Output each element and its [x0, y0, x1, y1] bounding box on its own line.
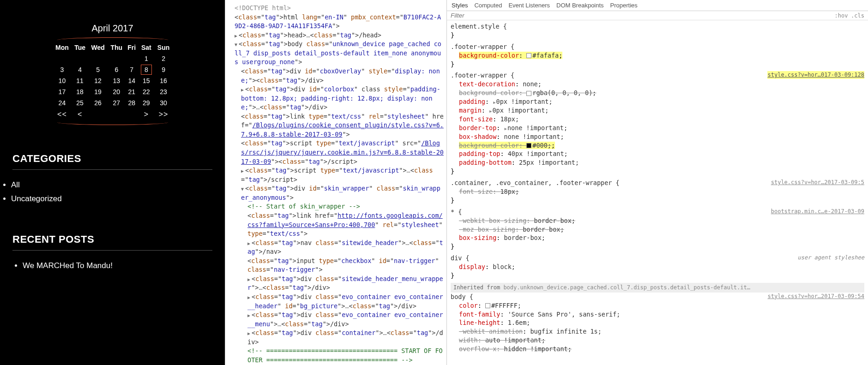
- calendar-title: April 2017: [53, 23, 173, 34]
- calendar-day-cell: [72, 53, 88, 64]
- calendar-day-cell[interactable]: 4: [72, 64, 88, 75]
- dom-body[interactable]: <class="tag">body class="unknown_device …: [228, 40, 444, 67]
- divider: [12, 169, 212, 170]
- dom-doctype[interactable]: <!DOCTYPE html>: [228, 4, 444, 13]
- calendar-day-cell[interactable]: 17: [53, 86, 72, 97]
- calendar-nav-prev[interactable]: <: [72, 108, 88, 120]
- dom-evo-menu[interactable]: <class="tag">div class="evo_container ev…: [228, 311, 444, 329]
- styles-filter-input[interactable]: [451, 12, 835, 19]
- calendar-day-cell[interactable]: 19: [88, 86, 108, 97]
- website-sidebar: April 2017 MonTueWedThuFriSatSun 1234567…: [0, 0, 225, 365]
- calendar-day-cell[interactable]: 12: [88, 75, 108, 86]
- styles-tabs: Styles Computed Event Listeners DOM Brea…: [447, 0, 868, 11]
- dom-comment-footer[interactable]: <!-- ===================================…: [228, 347, 444, 365]
- dom-comment-skin[interactable]: <!-- Start of skin_wrapper -->: [228, 202, 444, 211]
- calendar-day-header: Sun: [155, 42, 173, 53]
- calendar-nav-next[interactable]: >: [138, 108, 154, 120]
- devtools-styles-panel: Styles Computed Event Listeners DOM Brea…: [446, 0, 868, 365]
- tab-properties[interactable]: Properties: [610, 2, 638, 9]
- calendar-day-cell[interactable]: 21: [125, 86, 138, 97]
- calendar-day-cell[interactable]: 3: [53, 64, 72, 75]
- dom-html[interactable]: <class="tag">html lang="en-IN" pmbx_cont…: [228, 13, 444, 31]
- calendar-day-header: Fri: [125, 42, 138, 53]
- calendar-day-cell: [88, 53, 108, 64]
- tab-dom-breakpoints[interactable]: DOM Breakpoints: [556, 2, 604, 9]
- calendar-day-cell[interactable]: 29: [138, 97, 154, 108]
- calendar-day-cell[interactable]: 5: [88, 64, 108, 75]
- calendar-day-cell[interactable]: 24: [53, 97, 72, 108]
- categories-section: CATEGORIES AllUncategorized: [0, 153, 225, 206]
- calendar-day-header: Sat: [138, 42, 154, 53]
- calendar-day-cell[interactable]: 7: [125, 64, 138, 75]
- calendar-day-cell[interactable]: 14: [125, 75, 138, 86]
- hov-toggle[interactable]: :hov: [835, 12, 848, 19]
- calendar-nav-first[interactable]: <<: [53, 108, 72, 120]
- calendar-day-cell[interactable]: 15: [138, 75, 154, 86]
- dom-input[interactable]: <class="tag">input type="checkbox" id="n…: [228, 257, 444, 275]
- calendar-widget: April 2017 MonTueWedThuFriSatSun 1234567…: [53, 23, 173, 125]
- calendar-grid: MonTueWedThuFriSatSun 123456789101112131…: [53, 42, 173, 120]
- calendar-arc-top: [57, 37, 168, 40]
- tab-computed[interactable]: Computed: [474, 2, 502, 9]
- calendar-day-cell[interactable]: 22: [138, 86, 154, 97]
- calendar-day-cell[interactable]: 28: [125, 97, 138, 108]
- category-item[interactable]: Uncategorized: [11, 192, 212, 206]
- category-item[interactable]: All: [11, 178, 212, 192]
- calendar-day-header: Thu: [108, 42, 125, 53]
- dom-link-cookie[interactable]: <class="tag">link type="text/css" rel="s…: [228, 112, 444, 139]
- calendar-day-cell[interactable]: 1: [138, 53, 154, 64]
- recent-posts-list: We MARCHed To Mandu!: [23, 259, 212, 273]
- dom-script-inline[interactable]: <class="tag">script type="text/javascrip…: [228, 166, 444, 184]
- tab-event-listeners[interactable]: Event Listeners: [508, 2, 550, 9]
- calendar-day-header: Mon: [53, 42, 72, 53]
- divider: [12, 250, 212, 251]
- calendar-day-cell[interactable]: 23: [155, 86, 173, 97]
- calendar-day-cell[interactable]: 20: [108, 86, 125, 97]
- calendar-day-cell[interactable]: 8: [138, 64, 154, 75]
- cls-toggle[interactable]: .cls: [851, 12, 864, 19]
- recent-posts-section: RECENT POSTS We MARCHed To Mandu!: [0, 233, 225, 273]
- categories-list: AllUncategorized: [11, 178, 212, 206]
- calendar-day-cell[interactable]: 6: [108, 64, 125, 75]
- calendar-day-cell[interactable]: 16: [155, 75, 173, 86]
- calendar-day-cell[interactable]: 18: [72, 86, 88, 97]
- recent-posts-heading: RECENT POSTS: [12, 233, 212, 245]
- tab-styles[interactable]: Styles: [452, 2, 468, 9]
- styles-filter-row: :hov .cls: [447, 11, 868, 20]
- dom-evo-header[interactable]: <class="tag">div class="evo_container ev…: [228, 293, 444, 311]
- calendar-day-header: Wed: [88, 42, 108, 53]
- calendar-day-cell: [108, 53, 125, 64]
- dom-container[interactable]: <class="tag">div class="container">…<cla…: [228, 329, 444, 347]
- devtools-elements-panel[interactable]: <!DOCTYPE html> <class="tag">html lang="…: [225, 0, 446, 365]
- calendar-day-cell[interactable]: 10: [53, 75, 72, 86]
- dom-script-jquery[interactable]: <class="tag">script type="text/javascrip…: [228, 139, 444, 166]
- calendar-day-cell[interactable]: 11: [72, 75, 88, 86]
- calendar-day-cell[interactable]: 27: [108, 97, 125, 108]
- dom-link-fonts[interactable]: <class="tag">link href="http://fonts.goo…: [228, 211, 444, 239]
- dom-skin-wrapper[interactable]: <class="tag">div id="skin_wrapper" class…: [228, 184, 444, 202]
- categories-heading: CATEGORIES: [12, 153, 212, 165]
- calendar-day-cell: [53, 53, 72, 64]
- dom-cbox[interactable]: <class="tag">div id="cboxOverlay" style=…: [228, 67, 444, 85]
- calendar-day-cell[interactable]: 2: [155, 53, 173, 64]
- calendar-day-cell[interactable]: 26: [88, 97, 108, 108]
- calendar-arc-bottom: [57, 122, 168, 125]
- dom-menu-wrapper[interactable]: <class="tag">div class="sitewide_header_…: [228, 275, 444, 293]
- dom-nav[interactable]: <class="tag">nav class="sitewide_header"…: [228, 239, 444, 257]
- calendar-day-header: Tue: [72, 42, 88, 53]
- dom-head[interactable]: <class="tag">head>…<class="tag">/head>: [228, 31, 444, 40]
- styles-rules-body[interactable]: element.style {}.footer-wrapper {backgro…: [447, 20, 868, 365]
- calendar-day-cell[interactable]: 30: [155, 97, 173, 108]
- calendar-day-cell[interactable]: 13: [108, 75, 125, 86]
- calendar-day-cell[interactable]: 25: [72, 97, 88, 108]
- calendar-day-cell: [125, 53, 138, 64]
- calendar-nav-last[interactable]: >>: [155, 108, 173, 120]
- recent-post-item[interactable]: We MARCHed To Mandu!: [23, 259, 212, 273]
- calendar-day-cell[interactable]: 9: [155, 64, 173, 75]
- dom-colorbox[interactable]: <class="tag">div id="colorbox" class sty…: [228, 85, 444, 112]
